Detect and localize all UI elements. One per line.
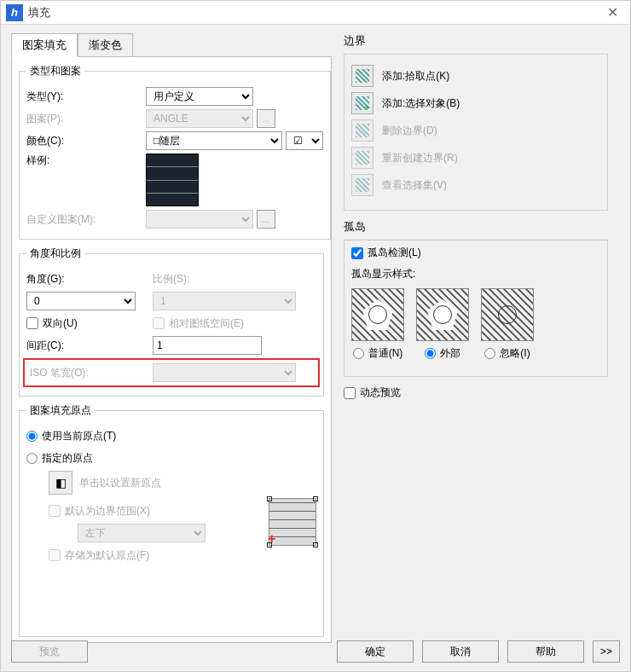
iso-pen-select: [153, 363, 296, 382]
add-select-objects-button[interactable]: 添加:选择对象(B): [382, 96, 460, 111]
default-extent-label: 默认为边界范围(X): [65, 504, 150, 518]
scale-label: 比例(S):: [153, 272, 189, 287]
dynamic-preview-checkbox[interactable]: [344, 387, 356, 399]
island-detect-checkbox-wrapper[interactable]: 孤岛检测(L): [351, 246, 600, 260]
store-default-checkbox-wrapper: 存储为默认原点(F): [49, 548, 149, 563]
delete-boundary-button: 删除边界(D): [382, 124, 437, 138]
origin-use-current-label: 使用当前原点(T): [42, 429, 116, 443]
tab-panel: 类型和图案 类型(Y): 用户定义 图案(P): ANGLE ...: [11, 56, 332, 643]
tab-bar: 图案填充 渐变色: [11, 33, 332, 57]
origin-specify-label: 指定的原点: [42, 451, 93, 466]
set-origin-icon-button: ◧: [49, 471, 72, 495]
delete-boundary-icon: [351, 119, 373, 142]
island-ignore-label: 忽略(I): [500, 346, 530, 361]
custom-pattern-label: 自定义图案(M):: [26, 212, 146, 227]
add-pick-points-button[interactable]: 添加:拾取点(K): [382, 69, 449, 84]
view-selection-button: 查看选择集(V): [382, 178, 447, 193]
custom-pattern-select: [146, 210, 253, 229]
corner-select: 左下: [78, 524, 206, 542]
click-set-origin-label: 单击以设置新原点: [79, 476, 161, 490]
origin-legend: 图案填充原点: [26, 403, 95, 418]
origin-preview-swatch: +: [269, 498, 316, 546]
spacing-input[interactable]: [153, 336, 262, 355]
island-normal-preview[interactable]: [351, 288, 404, 341]
type-select[interactable]: 用户定义: [146, 87, 253, 106]
title-text: 填充: [28, 5, 602, 20]
color-select[interactable]: □随层: [146, 131, 282, 150]
dynamic-preview-checkbox-wrapper[interactable]: 动态预览: [344, 385, 608, 400]
pattern-label: 图案(P):: [26, 112, 146, 126]
paperspace-checkbox-wrapper: 相对图纸空间(E): [153, 316, 244, 331]
recreate-boundary-button: 重新创建边界(R): [382, 151, 458, 165]
double-label: 双向(U): [43, 316, 78, 331]
origin-use-current-radio-wrapper[interactable]: 使用当前原点(T): [26, 429, 116, 443]
help-button[interactable]: 帮助: [507, 640, 584, 663]
store-default-checkbox: [49, 549, 61, 561]
island-outer-preview[interactable]: [416, 288, 469, 341]
island-detect-label: 孤岛检测(L): [368, 246, 421, 260]
select-objects-icon[interactable]: ＋: [351, 92, 373, 114]
store-default-label: 存储为默认原点(F): [65, 548, 149, 563]
double-checkbox[interactable]: [26, 317, 38, 329]
sample-swatch[interactable]: [146, 154, 199, 206]
pattern-select: ANGLE: [146, 109, 253, 128]
tab-pattern-fill[interactable]: 图案填充: [11, 33, 78, 57]
color-label: 颜色(C):: [26, 134, 146, 148]
more-button[interactable]: >>: [593, 640, 620, 663]
iso-pen-label: ISO 笔宽(O):: [30, 366, 153, 380]
island-style-label: 孤岛显示样式:: [351, 267, 600, 281]
island-group: 孤岛 孤岛检测(L) 孤岛显示样式:: [344, 219, 608, 377]
double-checkbox-wrapper[interactable]: 双向(U): [26, 316, 153, 331]
boundary-title: 边界: [344, 33, 608, 49]
island-detect-checkbox[interactable]: [351, 247, 363, 259]
app-icon: h: [6, 4, 23, 21]
custom-browse-button: ...: [257, 210, 275, 229]
scale-select: 1: [153, 292, 296, 310]
type-label: 类型(Y):: [26, 90, 146, 104]
island-normal-radio[interactable]: [353, 348, 364, 359]
view-selection-icon: [351, 174, 373, 196]
close-button[interactable]: ✕: [602, 3, 623, 22]
island-ignore-radio-wrapper[interactable]: 忽略(I): [484, 346, 530, 361]
angle-scale-legend: 角度和比例: [26, 246, 84, 261]
island-outer-radio-wrapper[interactable]: 外部: [425, 346, 460, 361]
default-extent-checkbox-wrapper: 默认为边界范围(X): [49, 504, 150, 518]
origin-group: 图案填充原点 使用当前原点(T) 指定的原点: [19, 403, 324, 637]
island-title: 孤岛: [344, 219, 608, 235]
island-normal-radio-wrapper[interactable]: 普通(N): [353, 346, 403, 361]
paperspace-label: 相对图纸空间(E): [169, 316, 244, 331]
origin-specify-radio[interactable]: [26, 453, 38, 464]
type-pattern-legend: 类型和图案: [26, 64, 84, 78]
pick-points-icon[interactable]: [351, 65, 373, 87]
color-secondary-select[interactable]: ☑: [286, 131, 323, 150]
origin-specify-radio-wrapper[interactable]: 指定的原点: [26, 451, 93, 466]
ok-button[interactable]: 确定: [337, 640, 414, 663]
island-normal-label: 普通(N): [368, 346, 403, 361]
default-extent-checkbox: [49, 505, 61, 517]
pattern-browse-button: ...: [257, 109, 275, 128]
cancel-button[interactable]: 取消: [422, 640, 499, 663]
paperspace-checkbox: [153, 317, 165, 329]
angle-select[interactable]: 0: [26, 292, 136, 310]
recreate-boundary-icon: [351, 147, 373, 169]
origin-use-current-radio[interactable]: [26, 431, 38, 442]
titlebar: h 填充 ✕: [1, 1, 630, 25]
island-outer-label: 外部: [440, 346, 460, 361]
sample-label: 样例:: [26, 154, 146, 168]
island-ignore-radio[interactable]: [484, 348, 495, 359]
island-outer-radio[interactable]: [425, 348, 436, 359]
angle-label: 角度(G):: [26, 272, 153, 287]
boundary-group: 边界 添加:拾取点(K) ＋ 添加:选择对象(B) 删除边界(D): [344, 33, 608, 211]
tab-gradient[interactable]: 渐变色: [78, 33, 133, 57]
dynamic-preview-label: 动态预览: [360, 385, 401, 400]
island-ignore-preview[interactable]: [481, 288, 534, 341]
dialog: h 填充 ✕ 图案填充 渐变色 类型和图案 类型(Y): 用户定义: [0, 0, 631, 672]
iso-highlight-box: ISO 笔宽(O):: [23, 358, 320, 387]
type-pattern-group: 类型和图案 类型(Y): 用户定义 图案(P): ANGLE ...: [19, 64, 331, 240]
angle-scale-group: 角度和比例 角度(G): 比例(S): 0 1: [19, 246, 324, 397]
spacing-label: 间距(C):: [26, 339, 153, 353]
preview-button: 预览: [11, 640, 88, 663]
